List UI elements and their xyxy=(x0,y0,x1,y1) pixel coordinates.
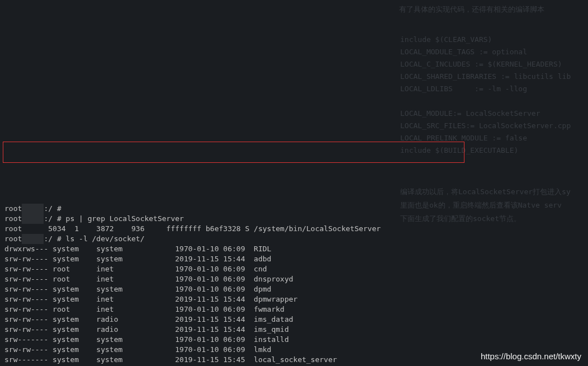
ls-row: srw------- system system 1970-01-10 06:0… xyxy=(4,335,584,345)
ls-row: srw-rw---- system radio 2019-11-15 15:44… xyxy=(4,315,584,325)
ls-row: srw-rw---- system radio 2019-11-15 15:44… xyxy=(4,325,584,335)
prompt-line: root@xxxx:/ # ps | grep LocalSocketServe… xyxy=(4,214,584,224)
prompt-line: root@xxxx:/ # xyxy=(4,204,584,214)
ls-row: srw-rw---- system system 2019-11-15 15:4… xyxy=(4,254,584,264)
terminal-output[interactable]: root@xxxx:/ # root@xxxx:/ # ps | grep Lo… xyxy=(4,204,584,366)
ls-row: srw-rw---- root inet 1970-01-10 06:09 cn… xyxy=(4,264,584,274)
ls-row: srw-rw---- system system 1970-01-10 06:0… xyxy=(4,284,584,294)
ls-row: drwxrws--- system system 1970-01-10 06:0… xyxy=(4,244,584,254)
ls-row: srw-rw---- root inet 1970-01-10 06:09 dn… xyxy=(4,274,584,284)
ls-row: srw-rw---- system inet 2019-11-15 15:44 … xyxy=(4,294,584,304)
ls-row: srw-rw---- root inet 1970-01-10 06:09 fw… xyxy=(4,304,584,315)
ghost-background: 有了具体的实现代码，还得有相关的编译脚本 include $(CLEAR_VAR… xyxy=(4,43,584,184)
ps-output-row: root 5034 1 3872 936 ffffffff b6ef3328 S… xyxy=(4,224,584,234)
watermark-url: https://blog.csdn.net/tkwxty xyxy=(481,351,581,362)
prompt-line: root@xxxx:/ # ls -l /dev/socket/ xyxy=(4,234,584,244)
